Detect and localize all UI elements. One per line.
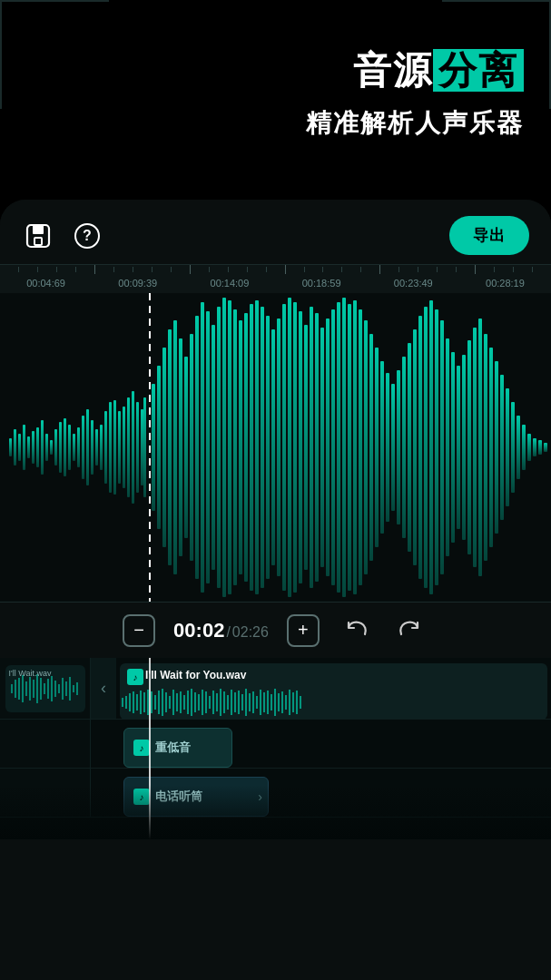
svg-rect-67 xyxy=(331,309,335,585)
svg-rect-131 xyxy=(140,691,142,714)
toolbar-left-actions: ? xyxy=(22,220,103,252)
svg-rect-31 xyxy=(136,402,139,493)
help-icon: ? xyxy=(74,223,100,249)
redo-button[interactable] xyxy=(392,612,428,649)
main-track-waveform xyxy=(120,689,483,716)
title-section: 音源分离 精准解析人声乐器 xyxy=(306,50,524,141)
svg-rect-47 xyxy=(222,298,226,597)
svg-rect-127 xyxy=(125,696,127,709)
svg-rect-86 xyxy=(435,309,438,585)
svg-rect-169 xyxy=(278,693,280,711)
svg-rect-25 xyxy=(109,402,112,493)
svg-rect-158 xyxy=(238,691,240,714)
main-track-scroll: ♪ I'll Wait for You.wav xyxy=(116,658,551,719)
title-highlight: 分离 xyxy=(433,49,524,92)
svg-rect-138 xyxy=(165,692,167,712)
app-subtitle: 精准解析人声乐器 xyxy=(306,106,524,141)
svg-rect-93 xyxy=(473,328,477,567)
svg-rect-149 xyxy=(205,691,207,713)
svg-rect-162 xyxy=(252,691,254,713)
svg-rect-20 xyxy=(86,409,89,485)
svg-rect-92 xyxy=(467,340,471,554)
svg-rect-121 xyxy=(62,678,64,700)
waveform-area[interactable] xyxy=(0,293,551,602)
svg-rect-140 xyxy=(172,690,174,715)
ruler-label-3: 00:18:59 xyxy=(276,278,368,289)
track-nav-left[interactable]: ‹ xyxy=(91,658,116,719)
bass-track-content: ♪ 重低音 xyxy=(116,720,551,768)
left-clip[interactable]: I'll Wait.wav xyxy=(5,665,85,712)
svg-rect-46 xyxy=(217,307,221,588)
svg-rect-28 xyxy=(123,407,125,488)
svg-rect-142 xyxy=(180,691,182,713)
save-button[interactable] xyxy=(22,220,54,252)
svg-rect-13 xyxy=(54,429,57,466)
bass-track-icon: ♪ xyxy=(133,740,150,756)
svg-rect-65 xyxy=(320,328,324,567)
undo-button[interactable] xyxy=(338,612,374,649)
svg-rect-174 xyxy=(296,691,298,714)
svg-rect-77 xyxy=(386,373,389,522)
svg-rect-163 xyxy=(256,696,258,709)
playhead[interactable] xyxy=(149,293,151,602)
minus-button[interactable]: − xyxy=(123,614,155,647)
main-track-music-icon: ♪ xyxy=(127,669,143,685)
svg-rect-75 xyxy=(375,348,379,547)
svg-rect-99 xyxy=(506,388,509,506)
svg-rect-12 xyxy=(50,440,53,455)
svg-rect-52 xyxy=(250,304,253,591)
svg-rect-136 xyxy=(158,691,160,714)
svg-rect-119 xyxy=(54,681,56,697)
svg-rect-157 xyxy=(234,692,236,712)
plus-button[interactable]: + xyxy=(287,614,320,647)
playback-controls: − 00:02 / 02:26 + xyxy=(0,602,551,658)
svg-rect-55 xyxy=(266,316,270,579)
help-button[interactable]: ? xyxy=(71,220,103,252)
ruler-label-2: 00:14:09 xyxy=(183,278,275,289)
export-button[interactable]: 导出 xyxy=(449,216,529,255)
svg-rect-166 xyxy=(267,691,269,714)
svg-rect-91 xyxy=(462,355,466,540)
svg-rect-164 xyxy=(260,690,261,715)
svg-rect-61 xyxy=(299,311,302,583)
svg-rect-15 xyxy=(64,418,66,476)
tracks-area: I'll Wait.wav ‹ ♪ I'll Wait for You.wav xyxy=(0,658,551,839)
svg-rect-14 xyxy=(59,422,62,473)
svg-rect-7 xyxy=(27,436,30,458)
svg-rect-79 xyxy=(397,370,400,524)
svg-rect-84 xyxy=(424,307,428,588)
svg-rect-2 xyxy=(34,238,42,245)
bass-track-clip[interactable]: ♪ 重低音 xyxy=(123,728,232,768)
svg-rect-48 xyxy=(228,300,231,594)
svg-rect-95 xyxy=(484,334,487,561)
svg-rect-41 xyxy=(190,334,193,561)
svg-rect-160 xyxy=(245,689,247,716)
svg-rect-97 xyxy=(495,361,498,534)
svg-rect-59 xyxy=(288,298,291,597)
svg-rect-56 xyxy=(271,329,275,565)
svg-rect-73 xyxy=(364,320,368,574)
svg-rect-153 xyxy=(220,689,221,716)
current-time: 00:02 xyxy=(173,619,224,642)
main-track-clip[interactable]: ♪ I'll Wait for You.wav xyxy=(120,663,547,719)
svg-rect-34 xyxy=(152,384,155,511)
svg-rect-139 xyxy=(169,696,171,709)
svg-rect-6 xyxy=(23,425,25,470)
bass-track-row: ♪ 重低音 xyxy=(0,720,551,769)
svg-rect-145 xyxy=(191,689,192,716)
svg-rect-26 xyxy=(113,400,116,495)
left-clip-area: I'll Wait.wav xyxy=(0,658,91,719)
svg-rect-102 xyxy=(522,425,526,470)
svg-rect-54 xyxy=(261,307,264,588)
svg-rect-144 xyxy=(187,691,189,714)
svg-rect-81 xyxy=(408,343,411,552)
total-time: / xyxy=(226,624,230,641)
svg-rect-43 xyxy=(201,302,204,593)
playhead-line xyxy=(149,293,151,602)
svg-rect-80 xyxy=(402,357,406,538)
svg-rect-57 xyxy=(277,318,280,576)
svg-rect-104 xyxy=(533,438,536,456)
svg-rect-40 xyxy=(184,357,188,538)
svg-rect-96 xyxy=(489,348,493,547)
svg-rect-159 xyxy=(241,694,243,710)
